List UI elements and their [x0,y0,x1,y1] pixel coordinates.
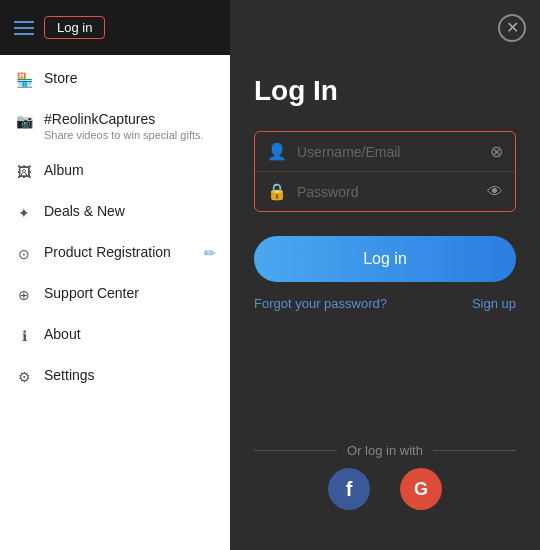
username-input[interactable] [297,144,490,160]
username-row: 👤 ⊗ [255,132,515,172]
supportCenter-icon: ⊕ [14,285,34,305]
store-icon: 🏪 [14,70,34,90]
sidebar-item-about[interactable]: ℹAbout [0,315,230,356]
album-icon: 🖼 [14,162,34,182]
clear-username-icon[interactable]: ⊗ [490,142,503,161]
sidebar-item-store[interactable]: 🏪Store [0,59,230,100]
sign-up-link[interactable]: Sign up [472,296,516,311]
or-divider: Or log in with [254,443,516,468]
album-label: Album [44,162,84,178]
sidebar: Log in 🏪Store📷#ReolinkCapturesShare vide… [0,0,230,550]
modal-content: Log In 👤 ⊗ 🔒 👁 Log in Forgot your passwo… [230,55,540,550]
reolinkCaptures-sublabel: Share videos to win special gifts. [44,129,216,141]
productRegistration-label: Product Registration [44,244,171,260]
links-row: Forgot your password? Sign up [254,296,516,311]
sidebar-menu: 🏪Store📷#ReolinkCapturesShare videos to w… [0,55,230,397]
productRegistration-icon: ⊙ [14,244,34,264]
modal-box: ✕ Log In 👤 ⊗ 🔒 👁 Log in Forgot your pass… [230,0,540,550]
or-text: Or log in with [347,443,423,458]
supportCenter-label: Support Center [44,285,139,301]
settings-icon: ⚙ [14,367,34,387]
deals-icon: ✦ [14,203,34,223]
password-input[interactable] [297,184,487,200]
credentials-input-group: 👤 ⊗ 🔒 👁 [254,131,516,212]
productRegistration-edit-icon[interactable]: ✏ [204,245,216,261]
reolinkCaptures-icon: 📷 [14,111,34,131]
toggle-password-icon[interactable]: 👁 [487,183,503,201]
sidebar-item-reolinkCaptures[interactable]: 📷#ReolinkCapturesShare videos to win spe… [0,100,230,151]
settings-label: Settings [44,367,95,383]
modal-title: Log In [254,75,516,107]
about-icon: ℹ [14,326,34,346]
about-label: About [44,326,81,342]
sidebar-item-supportCenter[interactable]: ⊕Support Center [0,274,230,315]
deals-label: Deals & New [44,203,125,219]
sidebar-item-settings[interactable]: ⚙Settings [0,356,230,397]
login-modal: ✕ Log In 👤 ⊗ 🔒 👁 Log in Forgot your pass… [230,0,540,550]
user-icon: 👤 [267,142,287,161]
sidebar-item-album[interactable]: 🖼Album [0,151,230,192]
divider-left [254,450,337,451]
sidebar-item-productRegistration[interactable]: ⊙Product Registration✏ [0,233,230,274]
facebook-login-button[interactable]: f [328,468,370,510]
social-login-row: f G [254,468,516,530]
sidebar-login-badge[interactable]: Log in [44,16,105,39]
reolinkCaptures-label: #ReolinkCaptures [44,111,155,127]
google-login-button[interactable]: G [400,468,442,510]
sidebar-item-deals[interactable]: ✦Deals & New [0,192,230,233]
hamburger-icon[interactable] [14,21,34,35]
store-label: Store [44,70,77,86]
close-button[interactable]: ✕ [498,14,526,42]
forgot-password-link[interactable]: Forgot your password? [254,296,387,311]
login-button[interactable]: Log in [254,236,516,282]
sidebar-header: Log in [0,0,230,55]
divider-right [433,450,516,451]
lock-icon: 🔒 [267,182,287,201]
modal-top-bar: ✕ [230,0,540,55]
password-row: 🔒 👁 [255,172,515,211]
